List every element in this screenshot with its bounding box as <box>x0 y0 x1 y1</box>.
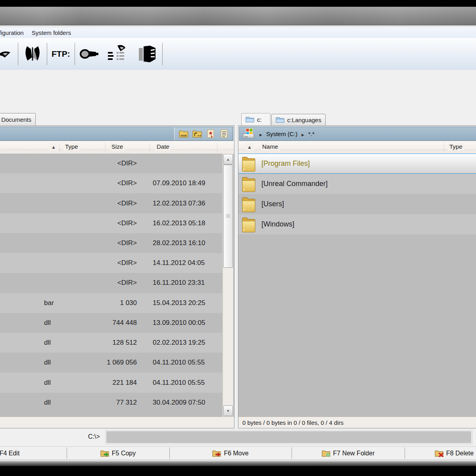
file-row[interactable]: <DIR> 28.02.2013 16:10 <box>0 233 222 253</box>
column-header-date[interactable]: Date <box>155 143 171 150</box>
right-rows: [Program Files] [Unreal Commander] <box>238 154 476 234</box>
f8-delete-button[interactable]: F8 Delete <box>405 447 476 460</box>
file-size: 1 069 056 <box>69 359 137 367</box>
file-row[interactable]: dll 1 069 056 04.11.2010 05:55 <box>0 353 222 372</box>
scroll-up-button[interactable] <box>223 154 233 165</box>
toolbar-hotlist-book-icon[interactable] <box>19 41 46 67</box>
toolbar-folder-tree-icon[interactable] <box>133 41 161 67</box>
file-row[interactable]: <DIR> 07.09.2010 18:49 <box>0 173 222 193</box>
right-status-bar: 0 bytes / 0 bytes in 0 / 0 files, 0 / 4 … <box>238 416 476 428</box>
file-row[interactable]: <DIR> 12.02.2013 07:36 <box>0 193 222 213</box>
folder-row[interactable]: [Unreal Commander] <box>238 174 476 194</box>
folder-icon <box>242 155 256 173</box>
left-path-bar[interactable]: root ★ <box>0 127 233 141</box>
right-tab-c[interactable]: c: <box>241 113 271 125</box>
breadcrumb-arrow-icon <box>301 131 304 137</box>
left-column-header: Type Size Date <box>0 142 234 154</box>
toolbar-separator <box>47 43 47 65</box>
favorites-star-icon[interactable]: ★ <box>205 129 216 138</box>
function-key-bar: F4 Edit F5 Copy F6 Move F7 New Folder F8… <box>0 446 476 460</box>
folder-row[interactable]: [Windows] <box>238 214 476 234</box>
left-file-list: <DIR> <DIR> 07.09.2010 18:49 <DIR> 12.02… <box>0 154 234 416</box>
file-size: <DIR> <box>69 179 137 187</box>
file-type: dll <box>44 319 51 327</box>
column-header-size[interactable]: Size <box>110 143 125 150</box>
system-drive-icon[interactable] <box>243 128 255 139</box>
f6-label: F6 Move <box>224 450 248 457</box>
toolbar-ftp-button[interactable]: FTP: <box>48 41 74 67</box>
blue-folder-icon <box>276 116 284 123</box>
vertical-scrollbar[interactable] <box>223 154 233 416</box>
file-type: dll <box>44 339 51 347</box>
file-date: 15.04.2013 20:25 <box>153 299 205 307</box>
sort-ascending-icon[interactable] <box>246 143 253 150</box>
file-size: 128 512 <box>69 339 137 347</box>
right-column-header: Name Type <box>238 142 476 154</box>
right-file-list: [Program Files] [Unreal Commander] <box>238 154 476 416</box>
window-titlebar <box>0 7 476 25</box>
blue-folder-icon <box>246 116 254 123</box>
file-row[interactable]: dll 77 312 30.04.2009 07:50 <box>0 393 222 413</box>
f7-new-folder-button[interactable]: F7 New Folder <box>292 447 405 460</box>
sort-ascending-icon[interactable] <box>50 143 58 150</box>
file-date: 13.09.2010 00:05 <box>153 319 205 327</box>
menu-item-configuration[interactable]: figuration <box>0 29 28 36</box>
top-black-bar <box>0 0 476 7</box>
menu-item-system-folders[interactable]: System folders <box>28 29 75 36</box>
right-tab-c-languages[interactable]: c:Languages <box>271 114 326 125</box>
file-size: <DIR> <box>69 279 137 287</box>
file-size: 77 312 <box>69 399 137 407</box>
scrollbar-thumb[interactable] <box>223 165 233 268</box>
file-row[interactable]: dll 128 512 02.02.2013 19:25 <box>0 333 222 353</box>
file-row[interactable]: <DIR> <box>0 154 222 173</box>
command-line-row: C:\> <box>0 428 476 446</box>
file-type: dll <box>44 379 51 387</box>
left-tab-documents[interactable]: Documents <box>0 113 36 125</box>
f6-move-button[interactable]: F6 Move <box>169 447 292 460</box>
file-date: 16.11.2010 23:31 <box>153 279 205 287</box>
history-list-icon[interactable] <box>219 129 229 138</box>
folder-row[interactable]: [Users] <box>238 194 476 214</box>
right-status-text: 0 bytes / 0 bytes in 0 / 0 files, 0 / 4 … <box>242 419 344 426</box>
f5-copy-button[interactable]: F5 Copy <box>67 447 169 460</box>
toolbar-separator <box>18 43 18 65</box>
file-row[interactable]: <DIR> 14.11.2012 04:05 <box>0 253 222 273</box>
file-row[interactable]: <DIR> 16.11.2010 23:31 <box>0 273 222 293</box>
menu-bar: figuration System folders <box>0 27 476 38</box>
file-row[interactable]: dll 221 184 04.11.2010 05:55 <box>0 372 222 392</box>
file-row[interactable]: bar 1 030 15.04.2013 20:25 <box>0 293 222 313</box>
toolbar-invert-selection-icon[interactable] <box>104 41 133 67</box>
new-folder-icon <box>322 449 330 457</box>
file-size: <DIR> <box>69 219 137 227</box>
breadcrumb-mask[interactable]: *.* <box>308 131 315 137</box>
breadcrumb-path[interactable]: System (C:) <box>266 131 298 137</box>
up-folder-icon[interactable] <box>192 129 202 138</box>
breadcrumb: System (C:) *.* <box>240 128 315 139</box>
scroll-down-button[interactable] <box>223 405 233 416</box>
toolbar-separator <box>75 43 75 65</box>
right-path-bar[interactable]: System (C:) *.* <box>239 127 476 141</box>
folder-icon <box>242 216 256 233</box>
folder-icon <box>242 175 256 193</box>
file-row[interactable]: dll 744 448 13.09.2010 00:05 <box>0 313 222 333</box>
svg-text:★: ★ <box>208 130 213 136</box>
column-header-type[interactable]: Type <box>63 143 80 150</box>
move-folder-icon <box>212 449 221 457</box>
bottom-black-bar <box>0 466 476 476</box>
toolbar-search-flashlight-icon[interactable] <box>76 41 104 67</box>
file-row[interactable]: <DIR> 16.02.2013 05:18 <box>0 213 222 233</box>
folder-icon <box>242 196 256 213</box>
root-folder-icon[interactable]: root <box>178 129 189 138</box>
folder-row[interactable]: [Program Files] <box>238 154 476 174</box>
file-date: 07.09.2010 18:49 <box>153 179 205 187</box>
column-header-name[interactable]: Name <box>261 143 280 150</box>
toolbar-arrow-icon[interactable] <box>0 41 17 67</box>
copy-folder-icon <box>100 449 109 457</box>
f4-edit-button[interactable]: F4 Edit <box>0 447 67 460</box>
file-date: 16.02.2013 05:18 <box>153 219 205 227</box>
left-panel-quick-icons: root ★ <box>174 127 232 140</box>
toolbar: FTP: <box>0 38 476 70</box>
command-line-input[interactable] <box>106 430 472 444</box>
column-header-type[interactable]: Type <box>448 143 464 150</box>
tab-label: c:Languages <box>287 117 321 123</box>
